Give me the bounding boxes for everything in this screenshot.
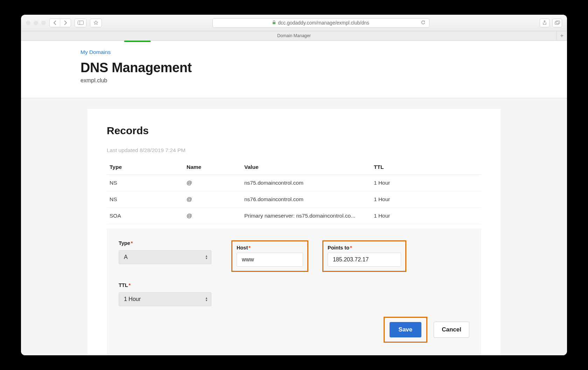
cell-ttl: 1 Hour: [371, 191, 481, 208]
svg-rect-3: [555, 22, 559, 25]
points-to-input[interactable]: [328, 253, 401, 267]
nav-back-forward: [49, 19, 71, 27]
label-ttl: TTL*: [119, 282, 217, 289]
add-record-form: Type* A ▲▼ Host*: [107, 228, 481, 355]
window-controls: [26, 21, 46, 25]
cell-name: @: [184, 191, 241, 208]
save-button[interactable]: Save: [390, 322, 422, 337]
page-viewport: My Domains DNS Management exmpl.club Rec…: [21, 41, 567, 355]
url-text: dcc.godaddy.com/manage/exmpl.club/dns: [278, 20, 369, 26]
breadcrumb-my-domains[interactable]: My Domains: [80, 49, 111, 55]
svg-rect-4: [556, 21, 560, 24]
address-bar[interactable]: dcc.godaddy.com/manage/exmpl.club/dns: [212, 18, 429, 28]
select-arrows-icon: ▲▼: [205, 255, 208, 260]
cell-name: @: [184, 208, 241, 224]
col-header-ttl: TTL: [371, 160, 481, 175]
browser-toolbar: dcc.godaddy.com/manage/exmpl.club/dns: [21, 15, 567, 31]
lock-icon: [272, 20, 276, 26]
active-tab-title[interactable]: Domain Manager: [277, 33, 311, 38]
table-row[interactable]: SOA @ Primary nameserver: ns75.domaincon…: [107, 208, 481, 224]
form-actions: Save Cancel: [119, 317, 469, 343]
cell-type: NS: [107, 191, 184, 208]
records-table: Type Name Value TTL NS @ ns75.domaincont…: [107, 160, 481, 224]
label-type: Type*: [119, 240, 217, 247]
highlight-save: Save: [384, 317, 428, 343]
required-star-icon: *: [350, 245, 352, 251]
cell-type: NS: [107, 175, 184, 191]
page-body: Records Last updated 8/28/2019 7:24 PM T…: [21, 98, 567, 355]
cell-ttl: 1 Hour: [371, 208, 481, 224]
required-star-icon: *: [129, 282, 131, 288]
bookmarks-button[interactable]: [90, 19, 102, 27]
close-window-icon[interactable]: [26, 21, 30, 25]
share-button[interactable]: [540, 19, 550, 27]
col-header-type: Type: [107, 160, 184, 175]
minimize-window-icon[interactable]: [34, 21, 38, 25]
page-title: DNS Management: [80, 60, 567, 75]
required-star-icon: *: [248, 245, 251, 251]
cell-value: ns76.domaincontrol.com: [241, 191, 371, 208]
field-group-ttl: TTL* 1 Hour ▲▼: [119, 282, 217, 306]
field-group-type: Type* A ▲▼: [119, 240, 217, 272]
required-star-icon: *: [131, 240, 133, 246]
host-input[interactable]: [237, 253, 303, 267]
zoom-window-icon[interactable]: [41, 21, 46, 25]
col-header-name: Name: [184, 160, 241, 175]
cell-value: Primary nameserver: ns75.domaincontrol.c…: [241, 208, 371, 224]
type-select[interactable]: A: [119, 250, 211, 264]
highlight-host: Host*: [231, 240, 308, 272]
table-row[interactable]: NS @ ns76.domaincontrol.com 1 Hour: [107, 191, 481, 208]
reload-icon[interactable]: [421, 20, 426, 26]
cell-type: SOA: [107, 208, 184, 224]
records-card: Records Last updated 8/28/2019 7:24 PM T…: [88, 109, 500, 355]
new-tab-button[interactable]: +: [556, 31, 567, 40]
select-arrows-icon: ▲▼: [205, 297, 208, 302]
sidebar-toggle-button[interactable]: [75, 19, 86, 27]
tab-bar: Domain Manager +: [21, 31, 567, 41]
svg-rect-0: [78, 21, 83, 25]
ttl-select[interactable]: 1 Hour: [119, 292, 211, 306]
table-row[interactable]: NS @ ns75.domaincontrol.com 1 Hour: [107, 175, 481, 191]
browser-window: dcc.godaddy.com/manage/exmpl.club/dns Do…: [21, 15, 567, 355]
cell-name: @: [184, 175, 241, 191]
domain-name: exmpl.club: [80, 77, 567, 84]
accent-bar: [124, 41, 150, 42]
cell-value: ns75.domaincontrol.com: [241, 175, 371, 191]
label-host: Host*: [232, 241, 307, 251]
col-header-value: Value: [241, 160, 371, 175]
cell-ttl: 1 Hour: [371, 175, 481, 191]
label-points-to: Points to*: [323, 241, 405, 251]
svg-rect-2: [273, 22, 275, 24]
forward-button[interactable]: [60, 19, 71, 27]
tabs-button[interactable]: [552, 19, 562, 27]
highlight-points-to: Points to*: [322, 240, 406, 272]
cancel-button[interactable]: Cancel: [434, 322, 469, 338]
back-button[interactable]: [50, 19, 60, 27]
page-header: My Domains DNS Management exmpl.club: [21, 41, 567, 98]
records-heading: Records: [107, 125, 481, 137]
last-updated: Last updated 8/28/2019 7:24 PM: [107, 147, 481, 153]
